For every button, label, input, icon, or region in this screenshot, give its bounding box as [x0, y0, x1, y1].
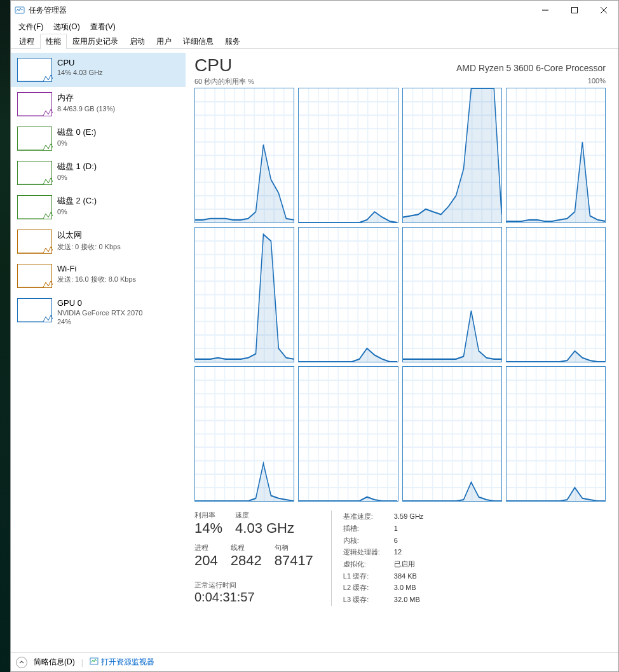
- detail-title: CPU: [194, 55, 232, 76]
- kv-key: 内核:: [343, 535, 394, 547]
- chevron-up-icon[interactable]: [16, 657, 27, 668]
- sidebar-item-4[interactable]: 磁盘 2 (C:)0%: [11, 190, 186, 224]
- footer: 简略信息(D) | 打开资源监视器: [11, 652, 618, 671]
- sidebar-item-7[interactable]: GPU 0NVIDIA GeForce RTX 207024%: [11, 293, 186, 331]
- kv-key: 插槽:: [343, 523, 394, 535]
- tab-6[interactable]: 服务: [219, 34, 246, 49]
- sidebar-thumb: [17, 298, 52, 322]
- sidebar-item-title: 磁盘 0 (E:): [57, 127, 96, 138]
- kv-value: 已启用: [394, 558, 415, 570]
- tab-0[interactable]: 进程: [13, 34, 40, 49]
- detail-subtitle: AMD Ryzen 5 3600 6-Core Processor: [456, 63, 606, 73]
- cpu-core-chart-11[interactable]: [506, 366, 606, 502]
- sidebar-item-2[interactable]: 磁盘 0 (E:)0%: [11, 121, 186, 156]
- app-icon: [15, 5, 25, 15]
- cpu-core-chart-5[interactable]: [298, 227, 398, 362]
- chart-left-label: 60 秒内的利用率 %: [194, 77, 254, 86]
- titlebar[interactable]: 任务管理器: [11, 1, 618, 20]
- cpu-core-chart-6[interactable]: [402, 227, 502, 362]
- resmon-link[interactable]: 打开资源监视器: [90, 657, 154, 668]
- uptime-value: 0:04:31:57: [194, 590, 313, 605]
- kv-key: L3 缓存:: [343, 594, 394, 606]
- sidebar-item-6[interactable]: Wi-Fi发送: 16.0 接收: 8.0 Kbps: [11, 259, 186, 293]
- task-manager-window: 任务管理器 文件(F) 选项(O) 查看(V) 进程性能应用历史记录启动用户详细…: [10, 0, 619, 672]
- kv-value: 384 KB: [394, 570, 417, 582]
- resmon-icon: [90, 657, 99, 668]
- kv-row: 逻辑处理器:12: [343, 546, 423, 558]
- kv-key: 虚拟化:: [343, 558, 394, 570]
- menu-file[interactable]: 文件(F): [13, 20, 48, 34]
- cpu-core-chart-8[interactable]: [194, 366, 294, 502]
- sidebar-item-title: CPU: [57, 58, 103, 67]
- titlebar-title: 任务管理器: [29, 5, 67, 16]
- handles-label: 句柄: [275, 543, 313, 552]
- sidebar-item-1[interactable]: 内存8.4/63.9 GB (13%): [11, 87, 186, 121]
- sidebar-item-sub: 8.4/63.9 GB (13%): [57, 105, 115, 113]
- chart-label-row: 60 秒内的利用率 % 100%: [194, 77, 606, 86]
- sidebar-item-sub2: 24%: [57, 318, 142, 326]
- kv-value: 12: [394, 546, 402, 558]
- kv-row: 插槽:1: [343, 523, 423, 535]
- footer-separator: |: [81, 658, 83, 667]
- tab-row: 进程性能应用历史记录启动用户详细信息服务: [11, 34, 618, 49]
- sidebar-thumb: [17, 127, 52, 151]
- kv-key: L1 缓存:: [343, 570, 394, 582]
- sidebar-item-title: 磁盘 2 (C:): [57, 195, 97, 207]
- sidebar-item-sub: 14% 4.03 GHz: [57, 69, 103, 76]
- sidebar-thumb: [17, 92, 52, 116]
- sidebar-item-3[interactable]: 磁盘 1 (D:)0%: [11, 156, 186, 190]
- cpu-core-chart-7[interactable]: [506, 227, 606, 362]
- cpu-core-chart-4[interactable]: [194, 227, 294, 362]
- cpu-core-chart-0[interactable]: [194, 88, 294, 223]
- cpu-core-chart-9[interactable]: [298, 366, 398, 502]
- kv-table: 基准速度:3.59 GHz插槽:1内核:6逻辑处理器:12虚拟化:已启用L1 缓…: [331, 511, 423, 606]
- proc-label: 进程: [194, 543, 218, 552]
- cpu-core-chart-10[interactable]: [402, 366, 502, 502]
- tab-3[interactable]: 启动: [124, 34, 151, 49]
- fewer-details-button[interactable]: 简略信息(D): [34, 657, 75, 668]
- menu-view[interactable]: 查看(V): [85, 20, 121, 34]
- tab-4[interactable]: 用户: [151, 34, 177, 49]
- stats-block-2: 进程 204 线程 2842 句柄 87417: [194, 543, 313, 569]
- maximize-button[interactable]: [560, 1, 589, 20]
- sidebar-item-sub: NVIDIA GeForce RTX 2070: [57, 309, 142, 317]
- kv-value: 3.0 MB: [394, 582, 416, 594]
- kv-value: 6: [394, 535, 398, 547]
- stats-row: 利用率 14% 速度 4.03 GHz 进程 204: [194, 511, 606, 606]
- close-button[interactable]: [589, 1, 618, 20]
- sidebar-item-sub: 0%: [57, 139, 96, 147]
- sidebar-item-5[interactable]: 以太网发送: 0 接收: 0 Kbps: [11, 224, 186, 259]
- sidebar-thumb: [17, 58, 52, 82]
- cpu-core-chart-2[interactable]: [402, 88, 502, 223]
- window-controls: [531, 1, 618, 20]
- tab-2[interactable]: 应用历史记录: [67, 34, 124, 49]
- cpu-core-chart-1[interactable]: [298, 88, 398, 223]
- threads-label: 线程: [231, 543, 262, 552]
- content: CPU14% 4.03 GHz内存8.4/63.9 GB (13%)磁盘 0 (…: [11, 49, 618, 652]
- tab-5[interactable]: 详细信息: [177, 34, 219, 49]
- sidebar-thumb: [17, 264, 52, 288]
- sidebar-item-title: GPU 0: [57, 298, 142, 308]
- uptime-label: 正常运行时间: [194, 580, 313, 590]
- chart-right-label: 100%: [588, 77, 606, 86]
- stats-block-1: 利用率 14% 速度 4.03 GHz: [194, 511, 313, 537]
- kv-row: 基准速度:3.59 GHz: [343, 511, 423, 523]
- sidebar-item-0[interactable]: CPU14% 4.03 GHz: [11, 53, 186, 87]
- sidebar[interactable]: CPU14% 4.03 GHz内存8.4/63.9 GB (13%)磁盘 0 (…: [11, 49, 186, 652]
- sidebar-thumb: [17, 195, 52, 219]
- cpu-grid[interactable]: [194, 88, 606, 502]
- kv-value: 32.0 MB: [394, 594, 420, 606]
- cpu-core-chart-3[interactable]: [506, 88, 606, 223]
- sidebar-item-title: 内存: [57, 92, 115, 104]
- sidebar-item-sub: 0%: [57, 174, 97, 181]
- handles-value: 87417: [275, 552, 313, 569]
- kv-key: L2 缓存:: [343, 582, 394, 594]
- menu-options[interactable]: 选项(O): [48, 20, 85, 34]
- sidebar-item-title: Wi-Fi: [57, 264, 136, 273]
- tab-1[interactable]: 性能: [40, 34, 67, 49]
- resmon-label: 打开资源监视器: [101, 657, 154, 668]
- minimize-button[interactable]: [531, 1, 560, 20]
- kv-value: 1: [394, 523, 398, 535]
- kv-row: L3 缓存:32.0 MB: [343, 594, 423, 606]
- detail-header: CPU AMD Ryzen 5 3600 6-Core Processor: [194, 55, 606, 76]
